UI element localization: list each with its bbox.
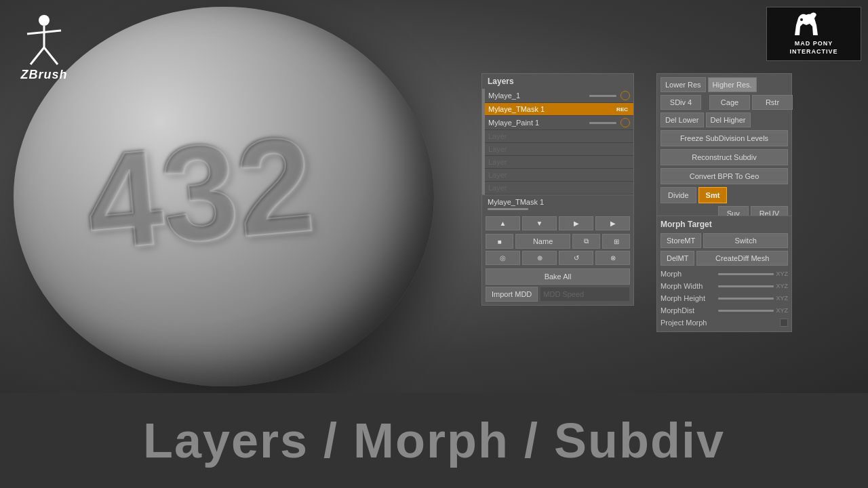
import-row: Import MDD MDD Speed xyxy=(482,287,633,305)
project-morph-checkbox[interactable] xyxy=(780,319,788,327)
layer-up-button[interactable]: ▲ xyxy=(486,216,520,230)
layer-8-slider xyxy=(603,187,630,189)
lower-res-button[interactable]: Lower Res xyxy=(660,77,706,92)
svg-point-0 xyxy=(39,15,50,26)
selected-layer-slider[interactable] xyxy=(488,208,528,210)
rstr-button[interactable]: Rstr xyxy=(752,95,793,110)
layer-1-icon xyxy=(620,91,630,100)
import-mdd-button[interactable]: Import MDD xyxy=(486,287,538,302)
convert-bpr-button[interactable]: Convert BPR To Geo xyxy=(660,168,788,184)
svg-point-5 xyxy=(800,18,803,21)
layer-item-5[interactable]: Layer xyxy=(485,143,633,156)
morph-width-row: Morph Width XYZ xyxy=(660,281,788,291)
store-mt-button[interactable]: StoreMT xyxy=(660,233,701,248)
subdiv-panel: Lower Res Higher Res. SDiv 4 Cage Rstr D… xyxy=(656,73,792,225)
morph-width-label: Morph Width xyxy=(660,282,718,290)
layer-copy-button[interactable]: ⧉ xyxy=(572,234,600,249)
switch-button[interactable]: Switch xyxy=(703,233,788,248)
layer-item-6[interactable]: Layer xyxy=(485,156,633,169)
morph-delmt-row: DelMT CreateDiff Mesh xyxy=(660,251,788,266)
layer-b3-button[interactable]: ↺ xyxy=(559,251,593,265)
zbrush-figure-icon xyxy=(14,10,75,71)
layer-item-8[interactable]: Layer xyxy=(485,182,633,195)
layers-selected-info: Mylaye_TMask 1 xyxy=(482,195,633,213)
layers-action-row1: ▲ ▼ ▶ ▶ xyxy=(482,213,633,234)
madpony-horse-icon xyxy=(789,12,823,39)
layer-6-slider xyxy=(603,161,630,163)
rec-badge: REC xyxy=(614,106,630,113)
sdiv-button[interactable]: SDiv 4 xyxy=(660,95,701,110)
bottom-bar: Layers / Morph / Subdiv xyxy=(0,393,868,488)
layer-item-3[interactable]: Mylaye_Paint 1 xyxy=(485,116,633,130)
layer-name-button[interactable]: Name xyxy=(515,234,571,249)
morph-height-label: Morph Height xyxy=(660,294,718,302)
layer-7-slider xyxy=(603,174,630,176)
layer-1-slider[interactable] xyxy=(589,95,616,97)
reconstruct-subdiv-button[interactable]: Reconstruct Subdiv xyxy=(660,149,788,165)
morph-height-slider[interactable] xyxy=(718,298,774,300)
layer-4-slider xyxy=(603,136,630,138)
morph-panel: Morph Target StoreMT Switch DelMT Create… xyxy=(656,216,792,332)
svg-line-3 xyxy=(31,47,44,64)
layer-3-icon xyxy=(620,118,630,127)
bake-all-container: Bake All xyxy=(482,268,633,287)
bottom-title: Layers / Morph / Subdiv xyxy=(143,413,725,468)
layer-b2-button[interactable]: ⊕ xyxy=(522,251,557,265)
sculpt-overlay: 432 xyxy=(81,41,319,346)
del-mt-button[interactable]: DelMT xyxy=(660,251,694,266)
layer-merge-button[interactable]: ⊞ xyxy=(602,234,630,249)
morph-slider-row: Morph XYZ xyxy=(660,268,788,279)
morph-height-row: Morph Height XYZ xyxy=(660,293,788,304)
viewport: 432 ZBrush MAD PONY INTERACTIVE xyxy=(0,0,868,393)
layers-action-row3: ◎ ⊕ ↺ ⊗ xyxy=(482,251,633,268)
layer-item-1[interactable]: Mylaye_1 xyxy=(485,89,633,103)
sculpt-numbers: 432 xyxy=(81,116,319,270)
del-lower-button[interactable]: Del Lower xyxy=(660,113,704,127)
divide-button[interactable]: Divide xyxy=(660,187,696,203)
layers-action-row2: ■ Name ⧉ ⊞ xyxy=(482,234,633,251)
bake-all-button[interactable]: Bake All xyxy=(486,268,630,285)
layer-item-7[interactable]: Layer xyxy=(485,169,633,182)
del-higher-button[interactable]: Del Higher xyxy=(706,113,751,127)
subdiv-row-1: Lower Res Higher Res. xyxy=(660,77,788,92)
layer-square-button[interactable]: ■ xyxy=(486,234,513,249)
subdiv-row-3: Del Lower Del Higher xyxy=(660,113,788,127)
zbrush-logo: ZBrush xyxy=(14,10,75,82)
mdd-speed-label: MDD Speed xyxy=(540,287,630,302)
layer-down-button[interactable]: ▼ xyxy=(522,216,557,230)
morph-width-slider[interactable] xyxy=(718,285,774,287)
svg-line-4 xyxy=(44,47,58,64)
morph-dist-slider[interactable] xyxy=(718,310,774,312)
madpony-logo: MAD PONY INTERACTIVE xyxy=(766,7,861,61)
layer-3-slider[interactable] xyxy=(589,122,616,124)
project-morph-label: Project Morph xyxy=(660,319,718,327)
layer-b1-button[interactable]: ◎ xyxy=(486,251,520,265)
morph-storemt-row: StoreMT Switch xyxy=(660,233,788,248)
morph-slider[interactable] xyxy=(718,273,774,275)
layer-right1-button[interactable]: ▶ xyxy=(559,216,593,230)
layers-panel-title: Layers xyxy=(482,74,633,89)
create-diff-button[interactable]: CreateDiff Mesh xyxy=(696,251,788,266)
morph-dist-label: MorphDist xyxy=(660,306,718,314)
layer-b4-button[interactable]: ⊗ xyxy=(595,251,630,265)
zbrush-title: ZBrush xyxy=(21,68,68,82)
freeze-subdiv-button[interactable]: Freeze SubDivision Levels xyxy=(660,130,788,146)
higher-res-button[interactable]: Higher Res. xyxy=(708,77,757,92)
smt-button[interactable]: Smt xyxy=(698,187,728,203)
morph-dist-row: MorphDist XYZ xyxy=(660,305,788,316)
morph-label: Morph xyxy=(660,270,718,278)
cage-button[interactable]: Cage xyxy=(709,95,750,110)
subdiv-row-2: SDiv 4 Cage Rstr xyxy=(660,95,788,110)
layers-panel: Layers Mylaye_1 Mylaye_TMask 1 REC Mylay… xyxy=(481,73,634,306)
layer-item-4[interactable]: Layer xyxy=(485,130,633,143)
madpony-text: MAD PONY INTERACTIVE xyxy=(789,40,837,56)
layer-item-2[interactable]: Mylaye_TMask 1 REC xyxy=(485,103,633,116)
project-morph-row: Project Morph xyxy=(660,317,788,328)
layer-right2-button[interactable]: ▶ xyxy=(595,216,630,230)
layer-5-slider xyxy=(603,148,630,150)
morph-panel-title: Morph Target xyxy=(660,220,788,229)
divide-row: Divide Smt xyxy=(660,187,788,203)
